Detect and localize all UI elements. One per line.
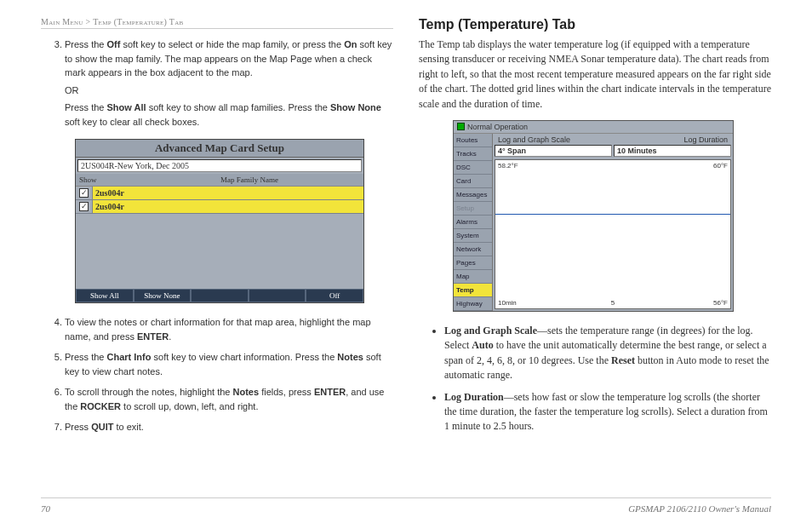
chart-label-tr: 60°F <box>713 162 728 170</box>
section-heading: Temp (Temperature) Tab <box>419 17 771 32</box>
bullet-list: Log and Graph Scale—sets the temperature… <box>419 324 771 434</box>
auto-label: Auto <box>472 339 493 351</box>
checkbox-icon[interactable]: ✓ <box>79 202 89 211</box>
chart-label-bm: 5 <box>611 299 615 307</box>
softkey-off[interactable]: Off <box>306 289 363 302</box>
quit-key: QUIT <box>91 422 113 432</box>
sidebar-item-temp[interactable]: Temp <box>454 284 492 297</box>
rocker-key: ROCKER <box>80 401 121 411</box>
step-7: Press QUIT to exit. <box>65 420 393 434</box>
status-icon <box>457 123 465 130</box>
softkey-showall[interactable]: Show All <box>76 289 134 302</box>
chart-line <box>495 214 730 215</box>
on-key: On <box>344 39 357 49</box>
bullet-log-duration: Log Duration—sets how fast or slow the t… <box>444 390 771 434</box>
sidebar-item-system[interactable]: System <box>454 229 492 243</box>
fig2-sidebar: RoutesTracksDSCCardMessagesSetupAlarmsSy… <box>454 134 493 311</box>
reset-label: Reset <box>611 354 635 366</box>
row-name[interactable]: 2us004r <box>92 200 363 213</box>
figure-temp-tab: Normal Operation RoutesTracksDSCCardMess… <box>453 120 734 312</box>
chart-label-tl: 58.2°F <box>498 162 518 170</box>
field-labels: Log and Graph Scale Log Duration <box>493 134 733 144</box>
sidebar-item-routes[interactable]: Routes <box>454 134 492 147</box>
sidebar-item-map[interactable]: Map <box>454 270 492 284</box>
softkey-shownone[interactable]: Show None <box>134 289 192 302</box>
fig1-rows: ✓ 2us004r ✓ 2us004r <box>76 187 363 289</box>
chart-label-bl: 10min <box>498 299 517 307</box>
notes-field: Notes <box>233 387 260 397</box>
step-6: To scroll through the notes, highlight t… <box>65 385 393 413</box>
showall-key: Show All <box>107 102 146 112</box>
lbl-log-duration: Log Duration <box>683 135 728 144</box>
notes-key: Notes <box>337 352 363 362</box>
sidebar-item-network[interactable]: Network <box>454 243 492 256</box>
chartinfo-key: Chart Info <box>107 352 152 362</box>
sidebar-item-alarms[interactable]: Alarms <box>454 216 492 229</box>
table-row[interactable]: ✓ 2us004r <box>76 200 363 214</box>
step-4: To view the notes or chart information f… <box>65 315 393 343</box>
field-span[interactable]: 4° Span <box>495 145 612 157</box>
manual-title: GPSMAP 2106/2110 Owner's Manual <box>628 503 771 514</box>
temperature-chart: 58.2°F 60°F 10min 5 56°F <box>495 159 731 309</box>
off-key: Off <box>107 39 121 49</box>
row-name[interactable]: 2us004r <box>92 187 363 199</box>
table-row[interactable]: ✓ 2us004r <box>76 187 363 200</box>
fig1-subtitle: 2US004R-New York, Dec 2005 <box>77 159 362 172</box>
footer-rule <box>41 497 771 498</box>
softkey-empty: . <box>191 289 249 302</box>
enter-key: ENTER <box>314 387 346 397</box>
enter-key: ENTER <box>137 331 169 342</box>
col-show: Show <box>79 175 139 184</box>
b1-lead: Log and Graph Scale <box>444 325 537 336</box>
sidebar-item-highway[interactable]: Highway <box>454 297 492 311</box>
chart-label-br: 56°F <box>713 299 728 307</box>
or-label: OR <box>65 83 393 98</box>
sidebar-item-pages[interactable]: Pages <box>454 256 492 270</box>
fig1-header: Show Map Family Name <box>76 174 363 187</box>
page-number: 70 <box>41 503 50 514</box>
sidebar-item-card[interactable]: Card <box>454 175 492 188</box>
field-duration[interactable]: 10 Minutes <box>614 145 731 157</box>
softkey-bar: Show All Show None . . Off <box>76 289 363 302</box>
lbl-log-scale: Log and Graph Scale <box>498 135 683 144</box>
step3-text: Press the <box>65 39 107 49</box>
fig2-main: Log and Graph Scale Log Duration 4° Span… <box>493 134 733 311</box>
shownone-key: Show None <box>330 102 381 112</box>
step-3: Press the Off soft key to select or hide… <box>65 37 393 129</box>
figure-map-card-setup: Advanced Map Card Setup 2US004R-New York… <box>75 139 364 303</box>
steps-list-cont: To view the notes or chart information f… <box>41 315 393 434</box>
steps-list: Press the Off soft key to select or hide… <box>41 37 393 129</box>
b2-lead: Log Duration <box>444 391 504 403</box>
fig2-titlebar: Normal Operation <box>454 121 733 134</box>
softkey-empty: . <box>249 289 306 302</box>
sidebar-item-dsc[interactable]: DSC <box>454 161 492 175</box>
fig2-title: Normal Operation <box>467 123 528 131</box>
sidebar-item-tracks[interactable]: Tracks <box>454 147 492 161</box>
breadcrumb: Main Menu > Temp (Temperature) Tab <box>41 17 393 29</box>
sidebar-item-setup[interactable]: Setup <box>454 202 492 216</box>
section-paragraph: The Temp tab displays the water temperat… <box>419 37 771 112</box>
sidebar-item-messages[interactable]: Messages <box>454 188 492 202</box>
checkbox-icon[interactable]: ✓ <box>79 188 89 198</box>
col-name: Map Family Name <box>139 175 360 184</box>
bullet-log-scale: Log and Graph Scale—sets the temperature… <box>444 324 771 383</box>
step-5: Press the Chart Info soft key to view ch… <box>65 350 393 378</box>
fig1-title: Advanced Map Card Setup <box>76 140 363 158</box>
